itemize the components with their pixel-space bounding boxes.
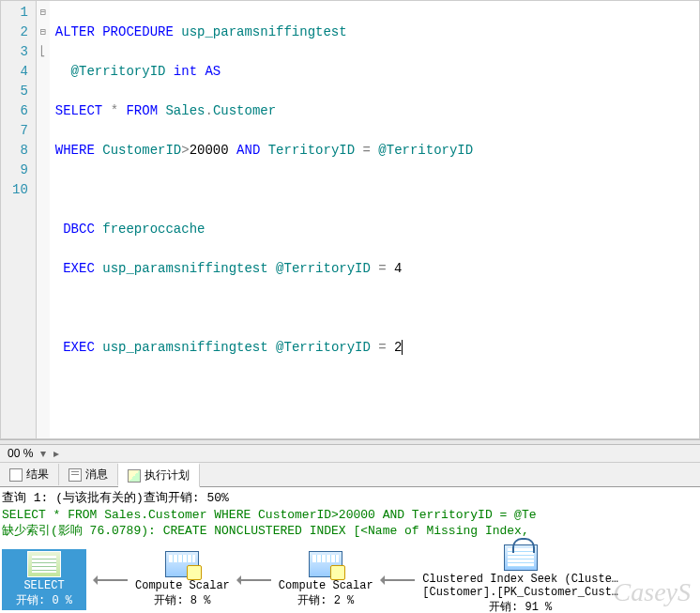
plan-icon (128, 469, 141, 483)
results-tabbar: 结果 消息 执行计划 (0, 463, 700, 487)
compute-scalar-icon (165, 551, 199, 577)
plan-node-clustered-index-seek[interactable]: Clustered Index Seek (Cluste… [Customer]… (422, 544, 619, 613)
plan-node-compute-scalar[interactable]: Compute Scalar 开销: 8 % (135, 551, 230, 608)
tab-execution-plan[interactable]: 执行计划 (118, 463, 200, 487)
sql-editor[interactable]: 12345678910 ⊟⊟⎣ ALTER PROCEDURE usp_para… (0, 0, 700, 439)
arrow-icon (373, 579, 422, 581)
tab-results[interactable]: 结果 (0, 464, 59, 485)
zoom-value[interactable]: 00 % (4, 447, 37, 460)
zoom-dropdown-icon[interactable]: ▾ (37, 447, 50, 460)
separator-icon: ▸ (50, 447, 63, 460)
fold-gutter[interactable]: ⊟⊟⎣ (37, 1, 50, 438)
message-icon (68, 468, 82, 482)
execution-plan-panel[interactable]: 查询 1: (与该批有关的)查询开销: 50% SELECT * FROM Sa… (0, 487, 700, 613)
compute-scalar-icon (309, 551, 342, 577)
arrow-icon (230, 579, 279, 581)
index-seek-icon (504, 544, 538, 571)
zoom-bar: 00 % ▾ ▸ (0, 445, 700, 463)
query1-header: 查询 1: (与该批有关的)查询开销: 50% (0, 487, 700, 508)
query1-plan[interactable]: SELECT 开销: 0 % Compute Scalar 开销: 8 % Co… (0, 539, 700, 613)
arrow-icon (86, 579, 135, 581)
tab-messages[interactable]: 消息 (59, 464, 118, 485)
query1-sql: SELECT * FROM Sales.Customer WHERE Custo… (0, 508, 700, 522)
line-gutter: 12345678910 (1, 1, 37, 438)
plan-node-compute-scalar[interactable]: Compute Scalar 开销: 2 % (279, 551, 373, 608)
grid-icon (9, 468, 23, 482)
query1-missing-index[interactable]: 缺少索引(影响 76.0789): CREATE NONCLUSTERED IN… (0, 522, 700, 539)
code-area[interactable]: ALTER PROCEDURE usp_paramsniffingtest @T… (50, 1, 479, 438)
plan-node-select[interactable]: SELECT 开销: 0 % (2, 549, 86, 610)
text-caret (402, 340, 403, 355)
select-icon (27, 551, 61, 577)
